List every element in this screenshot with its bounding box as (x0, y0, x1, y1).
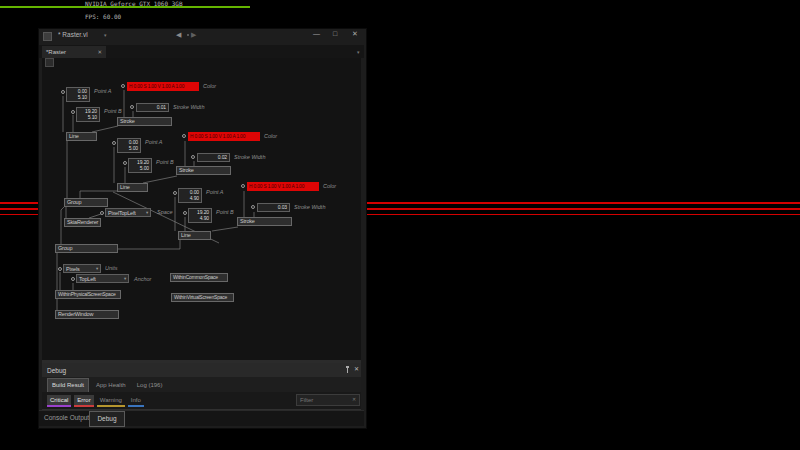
iobox-stroke-width-3[interactable]: 0.03 (257, 203, 290, 212)
anchor-dropdown-value: TopLeft (79, 276, 96, 282)
input-pin-icon[interactable] (71, 110, 75, 114)
label-anchor: Anchor (134, 276, 151, 282)
iobox-point-b-3[interactable]: 19.20 4.90 (188, 208, 212, 223)
node-within-virtual-screen-space[interactable]: WithinVirtualScreenSpace (171, 293, 234, 302)
node-group-2[interactable]: Group (55, 244, 118, 253)
iobox-color-3[interactable]: H 0.00 S 1.00 V 1.00 A 1.00 (247, 182, 319, 191)
label-point-a-2: Point A (145, 139, 163, 145)
label-units: Units (105, 265, 118, 271)
input-pin-icon[interactable] (241, 184, 245, 188)
label-color-2: Color (264, 133, 277, 139)
label-point-b-1: Point B (104, 108, 122, 114)
iobox-point-a-1[interactable]: 0.00 5.10 (66, 87, 90, 102)
input-pin-icon[interactable] (173, 191, 177, 195)
label-stroke-width-2: Stroke Width (234, 154, 265, 160)
node-within-physical-screen-space[interactable]: WithinPhysicalScreenSpace (55, 290, 121, 299)
tab-debug[interactable]: Debug (89, 411, 125, 427)
iobox-point-a-3[interactable]: 0.00 4.90 (178, 188, 202, 203)
filter-input[interactable] (296, 394, 360, 406)
debug-panel-close-icon[interactable]: ✕ (354, 365, 359, 372)
units-dropdown[interactable]: Pixels ▾ (63, 264, 101, 273)
label-point-b-3: Point B (216, 209, 234, 215)
node-within-common-space[interactable]: WithinCommonSpace (170, 273, 228, 282)
node-line-3[interactable]: Line (178, 231, 211, 240)
iobox-point-a-2[interactable]: 0.00 5.00 (117, 138, 141, 153)
node-stroke-3[interactable]: Stroke (237, 217, 292, 226)
label-stroke-width-3: Stroke Width (294, 204, 325, 210)
input-pin-icon[interactable] (182, 134, 186, 138)
label-point-a-3: Point A (206, 189, 224, 195)
iobox-stroke-width-1[interactable]: 0.01 (136, 103, 169, 112)
gpu-overlay-underline (0, 6, 250, 8)
iobox-point-b-2[interactable]: 19.20 5.00 (128, 158, 152, 173)
input-pin-icon[interactable] (123, 161, 127, 165)
label-point-a-1: Point A (94, 88, 112, 94)
label-color-1: Color (203, 83, 216, 89)
input-pin-icon[interactable] (61, 90, 65, 94)
input-pin-icon[interactable] (58, 267, 62, 271)
chevron-down-icon: ▾ (146, 210, 148, 215)
label-space: Space (157, 209, 173, 215)
chevron-down-icon: ▾ (96, 266, 98, 271)
space-dropdown-value: PixelTopLeft (108, 210, 136, 216)
label-point-b-2: Point B (156, 159, 174, 165)
space-dropdown[interactable]: PixelTopLeft ▾ (105, 208, 151, 217)
node-render-window[interactable]: RenderWindow (55, 310, 119, 319)
node-group-1[interactable]: Group (64, 198, 108, 207)
chevron-down-icon: ▾ (124, 276, 126, 281)
input-pin-icon[interactable] (100, 211, 104, 215)
input-pin-icon[interactable] (130, 105, 134, 109)
label-stroke-width-1: Stroke Width (173, 104, 204, 110)
filter-clear-icon[interactable]: ✕ (352, 396, 356, 402)
patch-region-marker[interactable] (45, 58, 54, 67)
fps-counter: FPS: 60.00 (85, 13, 121, 20)
tab-console-output[interactable]: Console Output (44, 414, 89, 421)
node-line-2[interactable]: Line (117, 183, 148, 192)
input-pin-icon[interactable] (183, 211, 187, 215)
iobox-color-2[interactable]: H 0.00 S 1.00 V 1.00 A 1.00 (188, 132, 260, 141)
node-stroke-2[interactable]: Stroke (176, 166, 231, 175)
node-line-1[interactable]: Line (66, 132, 97, 141)
units-dropdown-value: Pixels (66, 266, 79, 272)
desktop-screen: { "overlay": { "gpu": "NVIDIA Geforce GT… (0, 0, 800, 450)
anchor-dropdown[interactable]: TopLeft ▾ (76, 274, 129, 283)
input-pin-icon[interactable] (71, 277, 75, 281)
label-color-3: Color (323, 183, 336, 189)
pin-icon[interactable] (346, 366, 349, 368)
input-pin-icon[interactable] (251, 205, 255, 209)
input-pin-icon[interactable] (191, 155, 195, 159)
input-pin-icon[interactable] (121, 84, 125, 88)
node-stroke-1[interactable]: Stroke (117, 117, 172, 126)
node-skia-renderer[interactable]: SkiaRenderer (64, 218, 101, 227)
iobox-point-b-1[interactable]: 19.20 5.10 (76, 107, 100, 122)
iobox-stroke-width-2[interactable]: 0.02 (197, 153, 230, 162)
iobox-color-1[interactable]: H 0.00 S 1.00 V 1.00 A 1.00 (127, 82, 199, 91)
input-pin-icon[interactable] (112, 141, 116, 145)
